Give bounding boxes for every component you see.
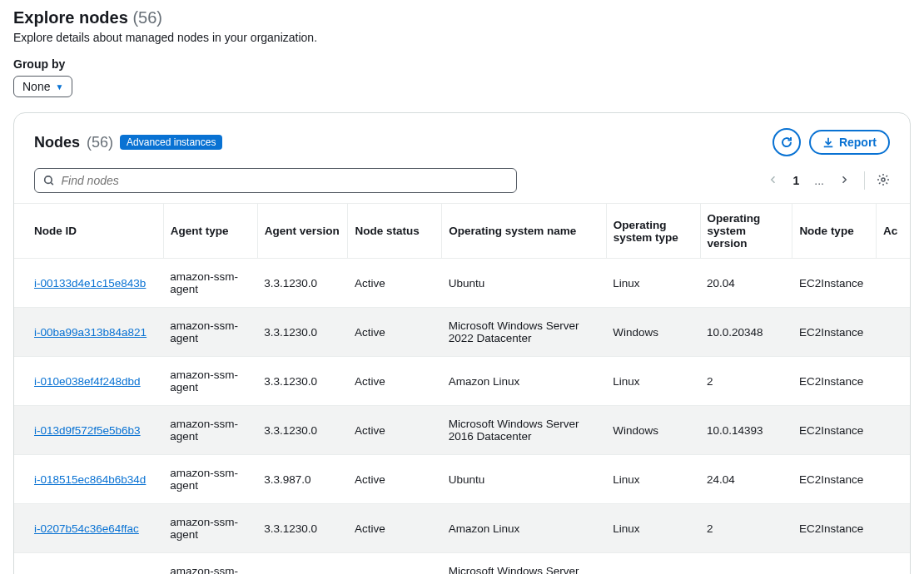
- page-next[interactable]: [836, 172, 852, 189]
- cell-os-version: 2: [700, 357, 792, 406]
- page-title: Explore nodes (56): [13, 8, 911, 27]
- cell-agent-type: amazon-ssm-agent: [163, 406, 257, 455]
- nodes-table: Node ID Agent type Agent version Node st…: [14, 203, 910, 574]
- cell-ac: [877, 553, 910, 575]
- cell-node-type: EC2Instance: [792, 406, 877, 455]
- cell-node-type: EC2Instance: [792, 259, 877, 308]
- cell-os-version: 20.04: [700, 259, 792, 308]
- cell-node-type: EC2Instance: [792, 504, 877, 553]
- download-icon: [822, 136, 834, 148]
- cell-os-name: Ubuntu: [442, 455, 606, 504]
- cell-os-type: Windows: [606, 308, 700, 357]
- cell-agent-version: 3.3.1230.0: [257, 406, 348, 455]
- cell-agent-version: 3.3.1230.0: [257, 259, 348, 308]
- cell-os-type: Linux: [606, 455, 700, 504]
- table-row: i-018515ec864b6b34damazon-ssm-agent3.3.9…: [14, 455, 910, 504]
- cell-os-type: Linux: [606, 259, 700, 308]
- search-input[interactable]: [61, 174, 508, 187]
- gear-icon: [877, 173, 890, 186]
- settings-button[interactable]: [877, 173, 890, 189]
- col-ac[interactable]: Ac: [877, 204, 910, 259]
- cell-agent-version: 3.3.1230.0: [257, 504, 348, 553]
- page-prev[interactable]: [765, 172, 782, 189]
- cell-node-type: EC2Instance: [792, 308, 877, 357]
- refresh-icon: [780, 136, 793, 149]
- group-by-label: Group by: [13, 57, 911, 71]
- chevron-down-icon: ▼: [55, 82, 63, 92]
- table-row: i-02384ada61f4a07a8amazon-ssm-agent3.3.1…: [14, 553, 910, 575]
- cell-ac: [877, 406, 910, 455]
- cell-os-version: 10.0.17763: [700, 553, 792, 575]
- cell-node-type: EC2Instance: [792, 455, 877, 504]
- table-row: i-0207b54c36e64ffacamazon-ssm-agent3.3.1…: [14, 504, 910, 553]
- node-id-link[interactable]: i-00133d4e1c15e843b: [34, 277, 146, 289]
- cell-agent-version: 3.3.1230.0: [257, 308, 348, 357]
- cell-ac: [877, 259, 910, 308]
- cell-os-name: Ubuntu: [442, 259, 606, 308]
- svg-point-0: [45, 176, 52, 183]
- cell-agent-type: amazon-ssm-agent: [163, 259, 257, 308]
- panel-title: Nodes (56) Advanced instances: [34, 134, 222, 151]
- svg-point-1: [882, 178, 885, 181]
- group-by-value: None: [22, 80, 50, 93]
- cell-agent-type: amazon-ssm-agent: [163, 553, 257, 575]
- table-row: i-00ba99a313b84a821amazon-ssm-agent3.3.1…: [14, 308, 910, 357]
- cell-ac: [877, 504, 910, 553]
- cell-os-name: Amazon Linux: [442, 357, 606, 406]
- cell-ac: [877, 455, 910, 504]
- cell-status: Active: [348, 259, 442, 308]
- cell-os-name: Microsoft Windows Server 2019 Datacenter: [442, 553, 606, 575]
- cell-os-name: Microsoft Windows Server 2022 Datacenter: [442, 308, 606, 357]
- node-id-link[interactable]: i-0207b54c36e64ffac: [34, 522, 139, 535]
- cell-os-version: 24.04: [700, 455, 792, 504]
- pagination: 1 ...: [765, 171, 890, 190]
- node-id-link[interactable]: i-018515ec864b6b34d: [34, 473, 146, 486]
- node-id-link[interactable]: i-00ba99a313b84a821: [34, 326, 147, 339]
- panel-title-text: Nodes: [34, 134, 80, 151]
- panel-title-count: (56): [87, 134, 113, 151]
- group-by-select[interactable]: None ▼: [13, 76, 72, 97]
- page-subtitle: Explore details about managed nodes in y…: [13, 31, 911, 44]
- report-button[interactable]: Report: [809, 130, 890, 155]
- cell-agent-version: 3.3.987.0: [257, 455, 348, 504]
- node-id-link[interactable]: i-013d9f572f5e5b6b3: [34, 424, 141, 437]
- page-ellipsis: ...: [811, 172, 827, 189]
- table-row: i-013d9f572f5e5b6b3amazon-ssm-agent3.3.1…: [14, 406, 910, 455]
- cell-node-type: EC2Instance: [792, 357, 877, 406]
- cell-os-type: Linux: [606, 357, 700, 406]
- cell-os-name: Microsoft Windows Server 2016 Datacenter: [442, 406, 606, 455]
- cell-status: Active: [348, 553, 442, 575]
- col-os-name[interactable]: Operating system name: [442, 204, 606, 259]
- cell-os-type: Windows: [606, 406, 700, 455]
- refresh-button[interactable]: [772, 128, 801, 156]
- cell-os-version: 2: [700, 504, 792, 553]
- divider: [864, 171, 865, 190]
- cell-os-version: 10.0.14393: [700, 406, 792, 455]
- cell-ac: [877, 308, 910, 357]
- col-agent-type[interactable]: Agent type: [163, 204, 257, 259]
- search-icon: [43, 175, 54, 186]
- cell-status: Active: [348, 357, 442, 406]
- chevron-right-icon: [839, 175, 849, 185]
- col-agent-version[interactable]: Agent version: [257, 204, 348, 259]
- advanced-instances-badge[interactable]: Advanced instances: [120, 135, 222, 150]
- page-title-text: Explore nodes: [13, 8, 128, 27]
- search-box[interactable]: [34, 168, 517, 193]
- node-id-link[interactable]: i-010e038ef4f248dbd: [34, 375, 141, 388]
- page-current[interactable]: 1: [790, 172, 803, 189]
- col-node-type[interactable]: Node type: [792, 204, 877, 259]
- col-node-id[interactable]: Node ID: [14, 204, 163, 259]
- cell-node-type: EC2Instance: [792, 553, 877, 575]
- cell-agent-type: amazon-ssm-agent: [163, 455, 257, 504]
- cell-os-type: Windows: [606, 553, 700, 575]
- col-node-status[interactable]: Node status: [348, 204, 442, 259]
- cell-os-name: Amazon Linux: [442, 504, 606, 553]
- nodes-panel: Nodes (56) Advanced instances Report: [13, 112, 911, 574]
- col-os-version[interactable]: Operating system version: [700, 204, 792, 259]
- chevron-left-icon: [768, 175, 778, 185]
- table-row: i-010e038ef4f248dbdamazon-ssm-agent3.3.1…: [14, 357, 910, 406]
- node-id-link[interactable]: i-02384ada61f4a07a8: [34, 572, 143, 575]
- table-row: i-00133d4e1c15e843bamazon-ssm-agent3.3.1…: [14, 259, 910, 308]
- col-os-type[interactable]: Operating system type: [606, 204, 700, 259]
- cell-status: Active: [348, 406, 442, 455]
